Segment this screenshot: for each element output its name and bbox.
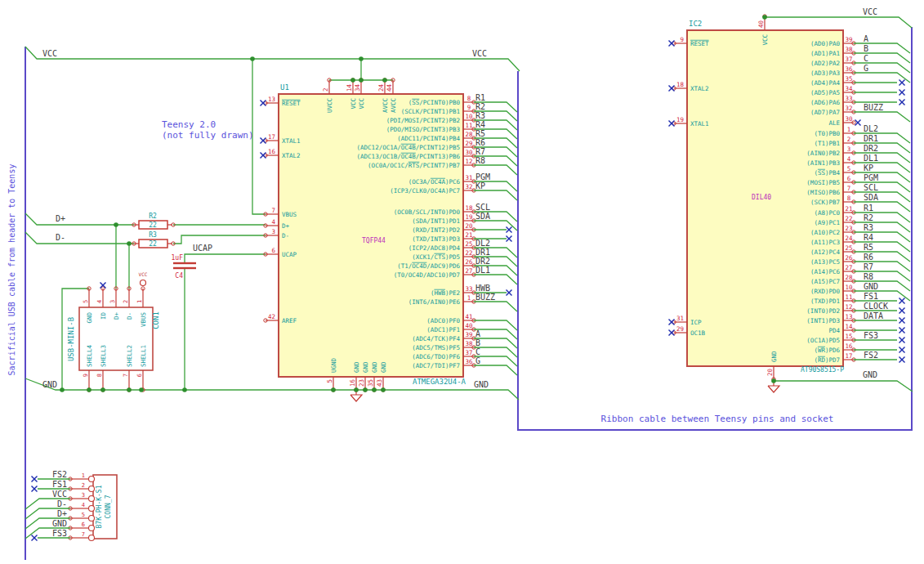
wire-PGM[interactable]: [854, 182, 910, 192]
wire-G[interactable]: [854, 73, 910, 83]
wire-R4[interactable]: [854, 242, 910, 252]
value-R3[interactable]: 22: [149, 240, 157, 248]
wire-SDA[interactable]: [474, 221, 517, 231]
wire[interactable]: [25, 232, 134, 244]
net-label-R2[interactable]: R2: [475, 102, 485, 111]
net-label-SDA[interactable]: SDA: [475, 212, 490, 221]
net-label-KP[interactable]: KP: [864, 163, 873, 172]
value-C4[interactable]: 1uF: [172, 254, 184, 262]
wire-SDA[interactable]: [854, 202, 910, 212]
ref-C4[interactable]: C4: [175, 272, 183, 280]
net-label-UCAP[interactable]: UCAP: [193, 244, 212, 253]
wire-R8[interactable]: [854, 281, 910, 291]
net-label-R1[interactable]: R1: [864, 204, 873, 213]
wire-R5[interactable]: [854, 252, 910, 262]
net-label-R7[interactable]: R7: [864, 262, 873, 271]
net-label-DL1[interactable]: DL1: [864, 154, 878, 163]
net-label-R4[interactable]: R4: [864, 233, 873, 242]
wire-BUZZ[interactable]: [854, 112, 910, 122]
wire-A[interactable]: [854, 43, 910, 53]
net-label-DL2[interactable]: DL2: [475, 239, 490, 248]
net-label-VCC[interactable]: VCC: [42, 49, 57, 58]
net-label-R8[interactable]: R8: [864, 272, 873, 281]
wire-R6[interactable]: [854, 262, 910, 271]
net-label-FS2[interactable]: FS2: [52, 470, 67, 479]
net-label-R3[interactable]: R3: [475, 111, 485, 120]
wire-KP[interactable]: [474, 190, 517, 200]
wire-DL1[interactable]: [854, 163, 910, 172]
footprint-IC2[interactable]: DIL40: [752, 194, 771, 201]
wire-R2[interactable]: [854, 222, 910, 232]
net-label-D-[interactable]: D-: [57, 499, 67, 508]
net-label-R6[interactable]: R6: [864, 253, 873, 262]
net-label-A[interactable]: A: [475, 329, 480, 338]
net-label-R2[interactable]: R2: [864, 213, 873, 222]
net-label-A[interactable]: A: [864, 34, 868, 43]
net-label-FS3[interactable]: FS3: [52, 529, 67, 538]
wire-R7[interactable]: [854, 271, 910, 281]
wire-R3[interactable]: [854, 232, 910, 242]
ref-IC2[interactable]: IC2: [689, 20, 702, 28]
net-label-GND[interactable]: GND: [42, 380, 57, 389]
net-label-FS1[interactable]: FS1: [864, 292, 878, 301]
net-label-PGM[interactable]: PGM: [475, 172, 490, 181]
wire-DR1[interactable]: [854, 143, 910, 153]
net-label-DATA[interactable]: DATA: [864, 311, 883, 320]
net-label-VCC[interactable]: VCC: [52, 490, 67, 499]
net-label-SDA[interactable]: SDA: [864, 193, 878, 202]
net-label-KP[interactable]: KP: [475, 181, 485, 190]
net-label-CLOCK[interactable]: CLOCK: [864, 302, 888, 311]
value-U1[interactable]: ATMEGA32U4-A: [413, 378, 466, 386]
net-label-R1[interactable]: R1: [475, 93, 485, 102]
wire[interactable]: [252, 59, 266, 214]
net-label-R5[interactable]: R5: [475, 129, 485, 138]
net-label-FS1[interactable]: FS1: [52, 480, 67, 489]
wire-C[interactable]: [854, 63, 910, 73]
net-label-BUZZ[interactable]: BUZZ: [864, 103, 883, 112]
wire-SCL[interactable]: [854, 192, 910, 202]
wire-B[interactable]: [854, 53, 910, 63]
net-label-R4[interactable]: R4: [475, 120, 485, 129]
ref-U1[interactable]: U1: [280, 83, 289, 92]
ref-R2[interactable]: R2: [149, 213, 157, 220]
net-label-FS2[interactable]: FS2: [864, 351, 878, 360]
net-label-C[interactable]: C: [864, 54, 868, 63]
ref-R3[interactable]: R3: [149, 231, 157, 239]
wire-GND[interactable]: [854, 291, 910, 301]
net-label-VCC[interactable]: VCC: [863, 7, 877, 16]
net-label-DR1[interactable]: DR1: [864, 134, 878, 143]
ref-CON1[interactable]: CON1: [152, 311, 160, 329]
net-label-R3[interactable]: R3: [864, 223, 873, 232]
net-label-GND[interactable]: GND: [863, 370, 877, 379]
net-label-GND[interactable]: GND: [52, 519, 67, 528]
net-label-G[interactable]: G: [475, 356, 480, 365]
value-CON1[interactable]: USB-MINI-B: [67, 317, 75, 361]
footprint-U1[interactable]: TQFP44: [362, 237, 386, 244]
net-label-SCL[interactable]: SCL: [864, 183, 878, 192]
net-label-GND[interactable]: GND: [474, 380, 489, 389]
net-label-BUZZ[interactable]: BUZZ: [475, 293, 495, 302]
value-R2[interactable]: 22: [149, 222, 157, 229]
net-label-G[interactable]: G: [864, 64, 868, 73]
wire-DR2[interactable]: [854, 153, 910, 163]
net-label-FS3[interactable]: FS3: [864, 331, 878, 340]
net-label-SCL[interactable]: SCL: [475, 203, 490, 212]
net-label-B[interactable]: B: [475, 338, 480, 347]
net-label-DR2[interactable]: DR2: [475, 257, 490, 266]
wire[interactable]: [765, 17, 912, 28]
net-label-R7[interactable]: R7: [475, 147, 485, 156]
net-label-D-[interactable]: D-: [56, 233, 65, 242]
note-teensy[interactable]: Teensy 2.0 (not fully drawn): [162, 119, 254, 141]
wire-G[interactable]: [474, 365, 517, 375]
net-label-D+[interactable]: D+: [56, 214, 65, 223]
wire-KP[interactable]: [854, 172, 910, 182]
net-label-D+[interactable]: D+: [57, 509, 67, 518]
note-ribbon-cable[interactable]: Ribbon cable between Teensy pins and soc…: [601, 414, 834, 424]
net-label-GND[interactable]: GND: [864, 282, 878, 291]
wire[interactable]: [25, 47, 520, 71]
net-label-PGM[interactable]: PGM: [864, 173, 878, 182]
net-label-B[interactable]: B: [864, 44, 868, 53]
net-label-R6[interactable]: R6: [475, 138, 485, 147]
wire-DL2[interactable]: [854, 133, 910, 143]
net-label-DR1[interactable]: DR1: [475, 248, 490, 257]
